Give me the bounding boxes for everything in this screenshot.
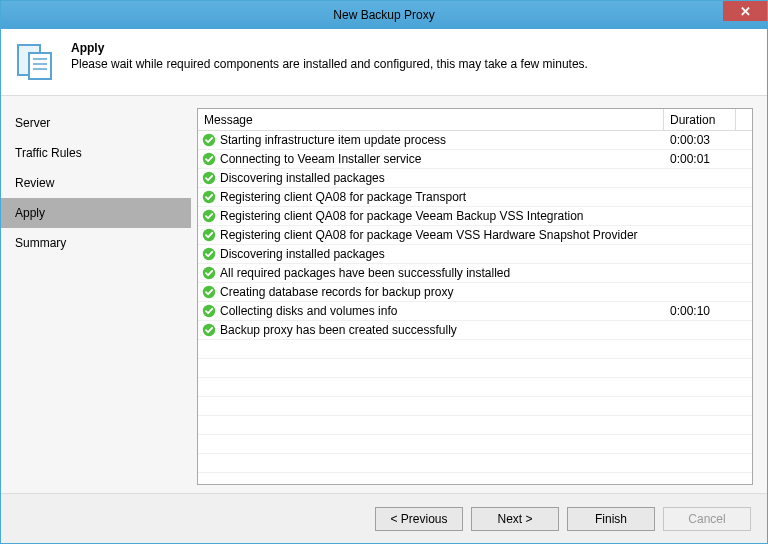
grid-row[interactable]: Discovering installed packages xyxy=(198,169,752,188)
main-panel: Message Duration Starting infrastructure… xyxy=(191,96,767,493)
message-text: Backup proxy has been created successful… xyxy=(220,323,457,337)
cell-duration: 0:00:01 xyxy=(664,152,736,166)
grid-row[interactable]: Connecting to Veeam Installer service0:0… xyxy=(198,150,752,169)
grid-row-empty xyxy=(198,378,752,397)
cell-message: Discovering installed packages xyxy=(198,247,664,261)
col-header-duration[interactable]: Duration xyxy=(664,109,736,130)
close-button[interactable]: ✕ xyxy=(723,1,767,21)
cell-duration: 0:00:10 xyxy=(664,304,736,318)
wizard-sidebar: ServerTraffic RulesReviewApplySummary xyxy=(1,96,191,493)
grid-row-empty xyxy=(198,416,752,435)
check-icon xyxy=(202,190,216,204)
check-icon xyxy=(202,266,216,280)
check-icon xyxy=(202,209,216,223)
sidebar-item-label: Review xyxy=(15,176,54,190)
sidebar-item-label: Summary xyxy=(15,236,66,250)
message-text: Registering client QA08 for package Tran… xyxy=(220,190,466,204)
previous-button[interactable]: < Previous xyxy=(375,507,463,531)
check-icon xyxy=(202,304,216,318)
titlebar: New Backup Proxy ✕ xyxy=(1,1,767,29)
page-description: Please wait while required components ar… xyxy=(71,57,588,71)
grid-row[interactable]: Creating database records for backup pro… xyxy=(198,283,752,302)
grid-row[interactable]: Registering client QA08 for package Tran… xyxy=(198,188,752,207)
header-text: Apply Please wait while required compone… xyxy=(71,39,588,83)
window-title: New Backup Proxy xyxy=(333,8,434,22)
grid-row[interactable]: Registering client QA08 for package Veea… xyxy=(198,226,752,245)
sidebar-item-apply[interactable]: Apply xyxy=(1,198,191,228)
sidebar-item-summary[interactable]: Summary xyxy=(1,228,191,258)
close-icon: ✕ xyxy=(740,4,751,19)
check-icon xyxy=(202,247,216,261)
grid-row-empty xyxy=(198,435,752,454)
grid-row[interactable]: Backup proxy has been created successful… xyxy=(198,321,752,340)
grid-row[interactable]: Registering client QA08 for package Veea… xyxy=(198,207,752,226)
svg-rect-1 xyxy=(29,53,51,79)
message-text: Discovering installed packages xyxy=(220,247,385,261)
grid-row-empty xyxy=(198,359,752,378)
grid-body: Starting infrastructure item update proc… xyxy=(198,131,752,473)
grid-row[interactable]: Discovering installed packages xyxy=(198,245,752,264)
check-icon xyxy=(202,323,216,337)
col-header-message[interactable]: Message xyxy=(198,109,664,130)
cell-message: Registering client QA08 for package Tran… xyxy=(198,190,664,204)
dialog-header: Apply Please wait while required compone… xyxy=(1,29,767,96)
grid-row-empty xyxy=(198,340,752,359)
dialog-footer: < Previous Next > Finish Cancel xyxy=(1,493,767,543)
dialog-window: New Backup Proxy ✕ Apply Please wait whi… xyxy=(0,0,768,544)
cell-message: Discovering installed packages xyxy=(198,171,664,185)
message-text: Registering client QA08 for package Veea… xyxy=(220,228,638,242)
check-icon xyxy=(202,285,216,299)
cell-message: Backup proxy has been created successful… xyxy=(198,323,664,337)
dialog-body: ServerTraffic RulesReviewApplySummary Me… xyxy=(1,96,767,493)
check-icon xyxy=(202,133,216,147)
message-text: Creating database records for backup pro… xyxy=(220,285,453,299)
message-text: Connecting to Veeam Installer service xyxy=(220,152,421,166)
check-icon xyxy=(202,171,216,185)
sidebar-item-traffic-rules[interactable]: Traffic Rules xyxy=(1,138,191,168)
check-icon xyxy=(202,152,216,166)
message-text: Collecting disks and volumes info xyxy=(220,304,397,318)
sidebar-item-label: Apply xyxy=(15,206,45,220)
grid-row-empty xyxy=(198,454,752,473)
cell-message: Collecting disks and volumes info xyxy=(198,304,664,318)
grid-row[interactable]: Starting infrastructure item update proc… xyxy=(198,131,752,150)
message-text: Registering client QA08 for package Veea… xyxy=(220,209,584,223)
grid-row[interactable]: Collecting disks and volumes info0:00:10 xyxy=(198,302,752,321)
cell-message: Connecting to Veeam Installer service xyxy=(198,152,664,166)
grid-row-empty xyxy=(198,397,752,416)
check-icon xyxy=(202,228,216,242)
progress-grid: Message Duration Starting infrastructure… xyxy=(197,108,753,485)
message-text: Starting infrastructure item update proc… xyxy=(220,133,446,147)
sidebar-item-server[interactable]: Server xyxy=(1,108,191,138)
cell-message: All required packages have been successf… xyxy=(198,266,664,280)
cancel-button: Cancel xyxy=(663,507,751,531)
sidebar-item-label: Server xyxy=(15,116,50,130)
cell-message: Registering client QA08 for package Veea… xyxy=(198,228,664,242)
sidebar-item-label: Traffic Rules xyxy=(15,146,82,160)
cell-duration: 0:00:03 xyxy=(664,133,736,147)
proxy-icon xyxy=(15,39,59,83)
next-button[interactable]: Next > xyxy=(471,507,559,531)
cell-message: Registering client QA08 for package Veea… xyxy=(198,209,664,223)
sidebar-item-review[interactable]: Review xyxy=(1,168,191,198)
finish-button[interactable]: Finish xyxy=(567,507,655,531)
cell-message: Creating database records for backup pro… xyxy=(198,285,664,299)
page-title: Apply xyxy=(71,41,588,55)
message-text: All required packages have been successf… xyxy=(220,266,510,280)
message-text: Discovering installed packages xyxy=(220,171,385,185)
grid-row[interactable]: All required packages have been successf… xyxy=(198,264,752,283)
grid-header: Message Duration xyxy=(198,109,752,131)
cell-message: Starting infrastructure item update proc… xyxy=(198,133,664,147)
